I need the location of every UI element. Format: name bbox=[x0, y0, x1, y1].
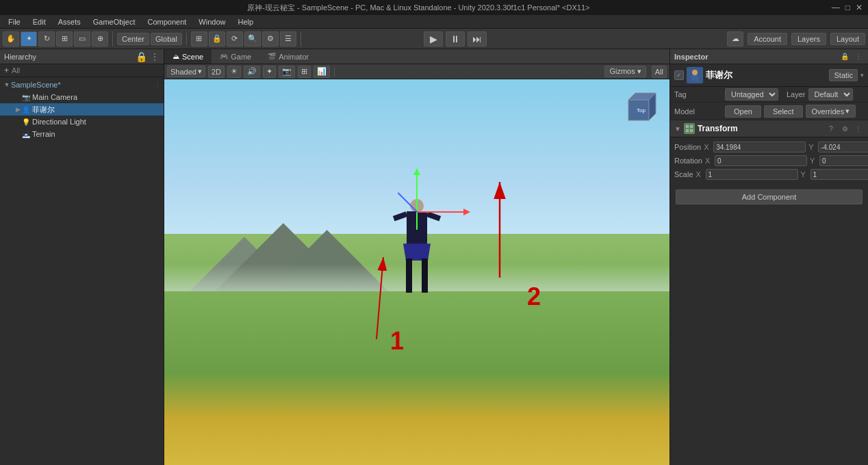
settings-btn[interactable]: ⚙ bbox=[262, 31, 279, 46]
transform-help-icon[interactable]: ? bbox=[826, 123, 837, 134]
menu-edit[interactable]: Edit bbox=[27, 16, 51, 27]
tab-game[interactable]: 🎮 Game bbox=[212, 49, 259, 64]
terrain-label: Terrain bbox=[32, 130, 55, 138]
overrides-btn[interactable]: Overrides ▾ bbox=[806, 105, 856, 118]
sc-x-letter: X bbox=[696, 170, 704, 178]
gizmos-btn[interactable]: Gizmos ▾ bbox=[604, 66, 646, 77]
layout-btn[interactable]: Layout bbox=[830, 33, 865, 45]
tag-select[interactable]: Untagged bbox=[725, 88, 778, 101]
maximize-btn[interactable]: □ bbox=[845, 3, 850, 12]
menu-file[interactable]: File bbox=[3, 16, 26, 27]
rect-tool[interactable]: ▭ bbox=[74, 31, 90, 46]
step-btn[interactable]: ⏭ bbox=[468, 31, 487, 46]
position-y-input[interactable] bbox=[818, 142, 868, 152]
menu-assets[interactable]: Assets bbox=[53, 16, 86, 27]
hierarchy-item-terrain[interactable]: 🗻 Terrain bbox=[0, 128, 164, 140]
2d-toggle[interactable]: 2D bbox=[208, 66, 225, 78]
main-toolbar: ✋ ✦ ↻ ⊞ ▭ ⊕ Center Global ⊞ 🔒 ⟳ 🔍 ⚙ ☰ ▶ … bbox=[0, 29, 868, 49]
hierarchy-add-btn[interactable]: + bbox=[4, 66, 9, 75]
shaded-dropdown[interactable]: Shaded ▾ bbox=[167, 66, 205, 77]
transform-menu-icon[interactable]: ⋮ bbox=[853, 123, 864, 134]
light-toggle[interactable]: ☀ bbox=[227, 66, 241, 78]
minimize-btn[interactable]: — bbox=[832, 3, 840, 12]
menu-component[interactable]: Component bbox=[142, 16, 192, 27]
fx-toggle[interactable]: ✦ bbox=[263, 66, 276, 78]
transform-component-header[interactable]: ▼ Transform ? ⚙ ⋮ bbox=[670, 120, 868, 137]
hierarchy-menu-icon[interactable]: ⋮ bbox=[150, 51, 159, 62]
scene-menu-btn[interactable]: ⋮ bbox=[151, 81, 164, 89]
transform-btns: ? ⚙ ⋮ bbox=[826, 123, 864, 134]
scale-tool[interactable]: ⊞ bbox=[56, 31, 73, 46]
scale-x-input[interactable] bbox=[706, 169, 798, 180]
center-area: ⛰ Scene 🎮 Game 🎬 Animator Shaded ▾ 2D ☀ … bbox=[164, 49, 669, 465]
scene-camera-btn[interactable]: 📷 bbox=[279, 66, 295, 78]
rot-y-letter: Y bbox=[810, 157, 818, 165]
animator-tab-label: Animator bbox=[279, 53, 309, 61]
menu-gameobject[interactable]: GameObject bbox=[88, 16, 141, 27]
obj-enabled-checkbox[interactable]: ✓ bbox=[674, 70, 684, 80]
nav-cube[interactable]: Top bbox=[622, 86, 663, 127]
hierarchy-item-light[interactable]: 💡 Directional Light bbox=[0, 116, 164, 128]
position-row: Position X Y Z bbox=[670, 140, 868, 154]
svg-rect-10 bbox=[691, 75, 698, 81]
hierarchy-item-character[interactable]: ▶ 👤 菲谢尔 bbox=[0, 103, 164, 116]
center-btn[interactable]: Center bbox=[117, 33, 149, 45]
stats-btn[interactable]: 📊 bbox=[314, 66, 330, 78]
rotation-x-input[interactable] bbox=[715, 155, 807, 166]
tab-animator[interactable]: 🎬 Animator bbox=[259, 49, 317, 64]
layers-btn[interactable]: Layers bbox=[791, 33, 826, 45]
scene-view[interactable]: Top 1 2 bbox=[164, 79, 669, 465]
pause-btn[interactable]: ⏸ bbox=[446, 31, 465, 46]
move-tool[interactable]: ✦ bbox=[21, 31, 37, 46]
inspector-header-icons: 🔒 ⋮ bbox=[839, 51, 864, 62]
cloud-btn[interactable]: ☁ bbox=[727, 31, 743, 46]
hierarchy-item-camera[interactable]: 📷 Main Camera bbox=[0, 91, 164, 103]
hierarchy-all-toggle[interactable]: All bbox=[12, 66, 20, 75]
tab-scene[interactable]: ⛰ Scene bbox=[164, 49, 212, 64]
audio-toggle[interactable]: 🔊 bbox=[244, 66, 260, 78]
add-component-btn[interactable]: Add Component bbox=[676, 189, 863, 204]
rotate-tool[interactable]: ↻ bbox=[38, 31, 55, 46]
transform-settings-icon[interactable]: ⚙ bbox=[839, 123, 850, 134]
layer-select[interactable]: Default bbox=[808, 88, 853, 101]
inspector-menu-icon[interactable]: ⋮ bbox=[853, 51, 864, 62]
transform-tool[interactable]: ⊕ bbox=[92, 31, 108, 46]
all-text: All bbox=[655, 68, 663, 76]
rotation-y-input[interactable] bbox=[819, 155, 868, 166]
close-btn[interactable]: ✕ bbox=[856, 3, 863, 12]
gizmo-x-axis bbox=[417, 211, 465, 213]
overrides-label: Overrides bbox=[812, 107, 845, 116]
rotation-label: Rotation bbox=[674, 157, 702, 165]
search-btn[interactable]: 🔍 bbox=[244, 31, 261, 46]
snap-toggle[interactable]: 🔒 bbox=[209, 31, 225, 46]
position-xyz: X Y Z bbox=[704, 142, 868, 152]
static-btn[interactable]: Static bbox=[829, 69, 858, 81]
menu-window[interactable]: Window bbox=[193, 16, 231, 27]
inspector-lock-icon[interactable]: 🔒 bbox=[839, 51, 850, 62]
inspector-header: Inspector 🔒 ⋮ bbox=[670, 49, 868, 64]
grid-btn[interactable]: ⊞ bbox=[298, 66, 311, 78]
hierarchy-scene-item[interactable]: ▼ SampleScene* ⋮ bbox=[0, 79, 164, 91]
account-btn[interactable]: Account bbox=[748, 33, 787, 45]
play-btn[interactable]: ▶ bbox=[424, 31, 443, 46]
layers-icon-btn[interactable]: ☰ bbox=[280, 31, 296, 46]
scale-y-field: Y bbox=[801, 169, 868, 180]
menu-help[interactable]: Help bbox=[232, 16, 259, 27]
camera-icon: 📷 bbox=[22, 94, 30, 101]
collab-btn[interactable]: ⟳ bbox=[227, 31, 243, 46]
hierarchy-lock-icon[interactable]: 🔒 bbox=[136, 51, 147, 62]
gizmos-label: Gizmos bbox=[609, 67, 635, 75]
global-btn[interactable]: Global bbox=[151, 33, 182, 45]
all-label[interactable]: All bbox=[652, 66, 667, 78]
static-arrow-icon[interactable]: ▾ bbox=[860, 72, 864, 79]
obj-name-label[interactable]: 菲谢尔 bbox=[706, 69, 826, 81]
open-btn[interactable]: Open bbox=[725, 105, 761, 118]
hand-tool[interactable]: ✋ bbox=[3, 31, 19, 46]
select-btn[interactable]: Select bbox=[764, 105, 803, 118]
grid-toggle[interactable]: ⊞ bbox=[191, 31, 207, 46]
position-x-input[interactable] bbox=[713, 142, 806, 152]
scale-y-input[interactable] bbox=[810, 169, 868, 180]
char-leg-l bbox=[406, 258, 412, 293]
main-layout: Hierarchy 🔒 ⋮ + All ▼ SampleScene* ⋮ 📷 M… bbox=[0, 49, 868, 465]
toolbar-separator bbox=[334, 67, 335, 77]
